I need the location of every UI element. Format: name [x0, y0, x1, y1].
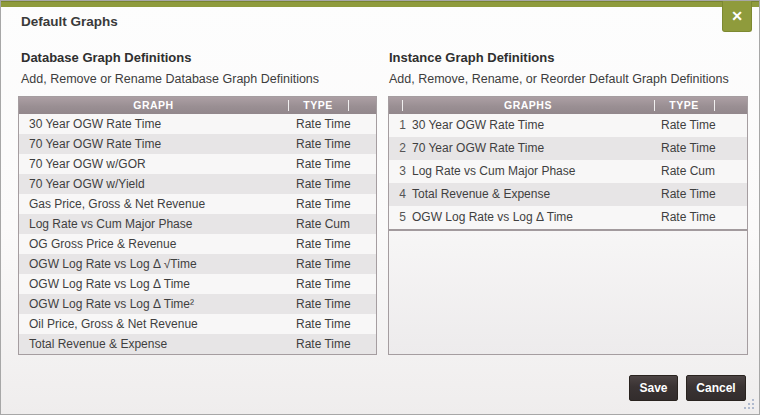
column-header-type: TYPE: [654, 99, 714, 111]
database-section-heading: Database Graph Definitions: [21, 50, 191, 65]
cell-name: 30 Year OGW Rate Time: [19, 114, 296, 134]
cell-num: 1: [389, 114, 406, 137]
cell-type: Rate Time: [296, 314, 376, 334]
cell-type: Rate Time: [661, 183, 747, 206]
cell-name: Gas Price, Gross & Net Revenue: [19, 194, 296, 214]
header-separator: [348, 100, 349, 111]
instance-graph-table: GRAPHS TYPE 130 Year OGW Rate TimeRate T…: [388, 96, 748, 355]
cell-name: OGW Log Rate vs Log Δ Time: [19, 274, 296, 294]
cell-name: 30 Year OGW Rate Time: [406, 114, 661, 137]
database-graph-list: 30 Year OGW Rate TimeRate Time70 Year OG…: [19, 114, 376, 354]
instance-section-heading: Instance Graph Definitions: [389, 50, 554, 65]
cancel-button[interactable]: Cancel: [686, 375, 746, 401]
cell-name: Log Rate vs Cum Major Phase: [406, 160, 661, 183]
cell-name: 70 Year OGW Rate Time: [19, 134, 296, 154]
cell-name: OG Gross Price & Revenue: [19, 234, 296, 254]
cell-name: OGW Log Rate vs Log Δ Time: [406, 206, 661, 229]
empty-list-area: [389, 231, 747, 354]
database-table-header: GRAPH TYPE: [19, 97, 376, 114]
table-row[interactable]: 30 Year OGW Rate TimeRate Time: [19, 114, 376, 134]
table-row[interactable]: OGW Log Rate vs Log Δ √TimeRate Time: [19, 254, 376, 274]
cell-type: Rate Time: [296, 154, 376, 174]
table-row[interactable]: 4Total Revenue & ExpenseRate Time: [389, 183, 747, 206]
cell-type: Rate Time: [296, 194, 376, 214]
cell-num: 5: [389, 206, 406, 229]
column-header-type: TYPE: [288, 99, 348, 111]
cell-type: Rate Time: [296, 274, 376, 294]
cell-name: Total Revenue & Expense: [19, 334, 296, 354]
column-header-graphs: GRAPHS: [402, 99, 654, 111]
table-row[interactable]: OGW Log Rate vs Log Δ Time²Rate Time: [19, 294, 376, 314]
table-row[interactable]: 270 Year OGW Rate TimeRate Time: [389, 137, 747, 160]
table-row[interactable]: 70 Year OGW w/GORRate Time: [19, 154, 376, 174]
save-button[interactable]: Save: [629, 375, 678, 401]
cell-type: Rate Time: [661, 206, 747, 229]
cell-type: Rate Cum: [661, 160, 747, 183]
default-graphs-dialog: ✕ Default Graphs Database Graph Definiti…: [0, 0, 760, 415]
database-section-subtitle: Add, Remove or Rename Database Graph Def…: [21, 72, 319, 86]
cell-type: Rate Time: [296, 174, 376, 194]
close-icon: ✕: [731, 8, 743, 24]
cell-type: Rate Time: [296, 234, 376, 254]
cell-num: 4: [389, 183, 406, 206]
table-row[interactable]: Gas Price, Gross & Net RevenueRate Time: [19, 194, 376, 214]
header-separator: [714, 100, 715, 111]
table-row[interactable]: 5OGW Log Rate vs Log Δ TimeRate Time: [389, 206, 747, 229]
cell-type: Rate Time: [296, 254, 376, 274]
cell-name: Oil Price, Gross & Net Revenue: [19, 314, 296, 334]
table-row[interactable]: 70 Year OGW w/YieldRate Time: [19, 174, 376, 194]
cell-name: Log Rate vs Cum Major Phase: [19, 214, 296, 234]
cell-name: Total Revenue & Expense: [406, 183, 661, 206]
table-row[interactable]: 70 Year OGW Rate TimeRate Time: [19, 134, 376, 154]
cell-type: Rate Time: [661, 114, 747, 137]
database-graph-table: GRAPH TYPE 30 Year OGW Rate TimeRate Tim…: [18, 96, 377, 355]
cell-name: 70 Year OGW w/Yield: [19, 174, 296, 194]
table-row[interactable]: 130 Year OGW Rate TimeRate Time: [389, 114, 747, 137]
cell-type: Rate Time: [661, 137, 747, 160]
cell-type: Rate Time: [296, 134, 376, 154]
instance-table-header: GRAPHS TYPE: [389, 97, 747, 114]
dialog-title: Default Graphs: [21, 14, 118, 29]
cell-type: Rate Time: [296, 294, 376, 314]
instance-graph-list: 130 Year OGW Rate TimeRate Time270 Year …: [389, 114, 747, 229]
table-row[interactable]: Total Revenue & ExpenseRate Time: [19, 334, 376, 354]
cell-num: 2: [389, 137, 406, 160]
dialog-accent-bar: [1, 1, 759, 7]
table-row[interactable]: OGW Log Rate vs Log Δ TimeRate Time: [19, 274, 376, 294]
cell-name: OGW Log Rate vs Log Δ √Time: [19, 254, 296, 274]
table-row[interactable]: OG Gross Price & RevenueRate Time: [19, 234, 376, 254]
cell-name: 70 Year OGW w/GOR: [19, 154, 296, 174]
cell-num: 3: [389, 160, 406, 183]
instance-section-subtitle: Add, Remove, Rename, or Reorder Default …: [389, 72, 729, 86]
cell-type: Rate Cum: [296, 214, 376, 234]
column-header-graph: GRAPH: [19, 99, 288, 111]
cell-name: 70 Year OGW Rate Time: [406, 137, 661, 160]
resize-grip[interactable]: [742, 397, 756, 411]
table-row[interactable]: Oil Price, Gross & Net RevenueRate Time: [19, 314, 376, 334]
cell-type: Rate Time: [296, 334, 376, 354]
table-row[interactable]: Log Rate vs Cum Major PhaseRate Cum: [19, 214, 376, 234]
close-button[interactable]: ✕: [722, 1, 752, 32]
table-row[interactable]: 3Log Rate vs Cum Major PhaseRate Cum: [389, 160, 747, 183]
cell-type: Rate Time: [296, 114, 376, 134]
cell-name: OGW Log Rate vs Log Δ Time²: [19, 294, 296, 314]
